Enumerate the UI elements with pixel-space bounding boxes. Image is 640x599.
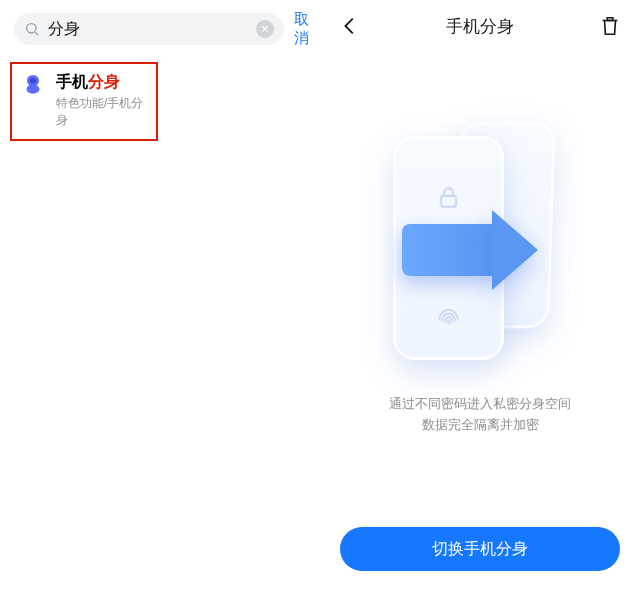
page-title: 手机分身 (446, 15, 514, 38)
search-result-texts: 手机分身 特色功能/手机分身 (56, 72, 146, 129)
search-icon (24, 21, 40, 37)
search-field[interactable] (14, 13, 284, 45)
description-line2: 数据完全隔离并加密 (389, 415, 571, 436)
clear-icon[interactable] (256, 20, 274, 38)
fingerprint-icon (435, 304, 463, 336)
search-result-highlight-box: 手机分身 特色功能/手机分身 (10, 62, 158, 141)
svg-point-4 (30, 78, 37, 83)
search-input[interactable] (48, 20, 248, 38)
description: 通过不同密码进入私密分身空间 数据完全隔离并加密 (389, 394, 571, 436)
search-pane: 取消 手机分身 特色功能/手机分身 (0, 0, 320, 599)
illustration (380, 122, 580, 372)
switch-clone-button[interactable]: 切换手机分身 (340, 527, 620, 571)
description-line1: 通过不同密码进入私密分身空间 (389, 394, 571, 415)
result-title-highlight: 分身 (88, 73, 120, 90)
back-button[interactable] (338, 14, 362, 38)
svg-point-0 (27, 24, 36, 33)
page-body: 通过不同密码进入私密分身空间 数据完全隔离并加密 (320, 52, 640, 515)
cancel-button[interactable]: 取消 (294, 10, 309, 48)
search-result-subtitle: 特色功能/手机分身 (56, 95, 146, 129)
phone-clone-page: 手机分身 (320, 0, 640, 599)
search-result-item[interactable]: 手机分身 特色功能/手机分身 (20, 72, 146, 129)
svg-rect-5 (441, 196, 456, 207)
svg-line-1 (35, 32, 38, 35)
page-header: 手机分身 (320, 0, 640, 52)
delete-button[interactable] (598, 14, 622, 38)
result-title-prefix: 手机 (56, 73, 88, 90)
phone-clone-icon (20, 72, 46, 98)
page-footer: 切换手机分身 (320, 515, 640, 599)
search-result-title: 手机分身 (56, 72, 146, 91)
arrow-icon (402, 208, 522, 294)
search-row: 取消 (0, 0, 320, 58)
